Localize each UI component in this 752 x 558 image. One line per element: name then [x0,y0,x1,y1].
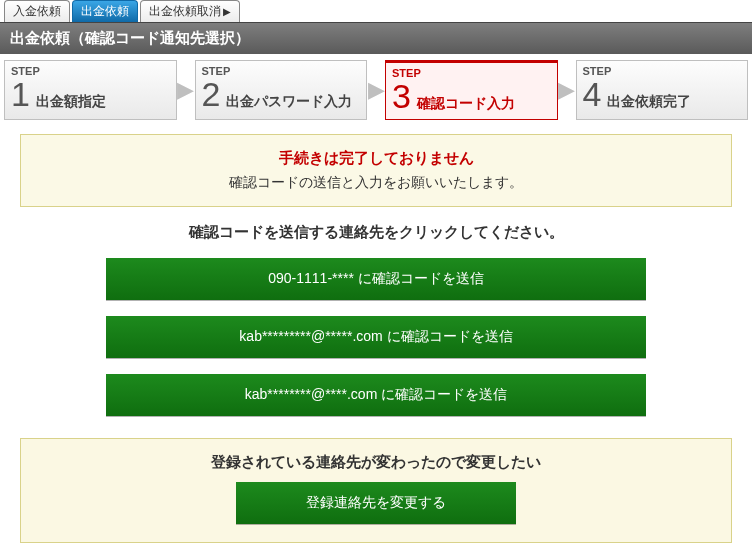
notice-box: 手続きは完了しておりません 確認コードの送信と入力をお願いいたします。 [20,134,732,207]
tab-deposit[interactable]: 入金依頼 [4,0,70,22]
send-code-email1-button[interactable]: kab*********@*****.com に確認コードを送信 [106,316,646,358]
tab-withdraw[interactable]: 出金依頼 [72,0,138,22]
step-1-text: 出金額指定 [36,93,106,111]
tab-withdraw-label: 出金依頼 [81,4,129,18]
instruction-text: 確認コードを送信する連絡先をクリックしてください。 [0,223,752,242]
step-4: STEP 4 出金依頼完了 [576,60,749,120]
tab-deposit-label: 入金依頼 [13,4,61,18]
tab-cancel-label: 出金依頼取消 [149,4,221,18]
change-contact-box: 登録されている連絡先が変わったので変更したい 登録連絡先を変更する [20,438,732,543]
change-contact-button-label: 登録連絡先を変更する [306,494,446,510]
notice-sub: 確認コードの送信と入力をお願いいたします。 [31,174,721,192]
step-indicator: STEP 1 出金額指定 ▶ STEP 2 出金パスワード入力 ▶ STEP 3… [0,54,752,130]
send-code-email2-button[interactable]: kab********@****.com に確認コードを送信 [106,374,646,416]
step-label: STEP [392,67,551,79]
chevron-right-icon: ▶ [223,6,231,17]
step-3-text: 確認コード入力 [417,95,515,113]
page-title-text: 出金依頼（確認コード通知先選択） [10,29,250,46]
tab-cancel[interactable]: 出金依頼取消▶ [140,0,240,22]
step-sep-icon: ▶ [367,60,385,120]
step-1: STEP 1 出金額指定 [4,60,177,120]
send-code-phone-button[interactable]: 090-1111-**** に確認コードを送信 [106,258,646,300]
contact-button-list: 090-1111-**** に確認コードを送信 kab*********@***… [0,258,752,416]
step-label: STEP [202,65,361,77]
tab-bar: 入金依頼 出金依頼 出金依頼取消▶ [0,0,752,22]
step-2: STEP 2 出金パスワード入力 [195,60,368,120]
step-4-num: 4 [583,77,602,111]
step-2-text: 出金パスワード入力 [226,93,352,111]
step-1-num: 1 [11,77,30,111]
notice-head: 手続きは完了しておりません [31,149,721,168]
step-sep-icon: ▶ [177,60,195,120]
step-label: STEP [11,65,170,77]
step-3-current: STEP 3 確認コード入力 [385,60,558,120]
step-4-text: 出金依頼完了 [607,93,691,111]
change-contact-button[interactable]: 登録連絡先を変更する [236,482,516,524]
change-contact-head: 登録されている連絡先が変わったので変更したい [31,453,721,472]
page-title: 出金依頼（確認コード通知先選択） [0,22,752,54]
step-label: STEP [583,65,742,77]
step-3-num: 3 [392,79,411,113]
send-code-email2-label: kab********@****.com に確認コードを送信 [245,386,507,402]
step-2-num: 2 [202,77,221,111]
step-sep-icon: ▶ [558,60,576,120]
send-code-email1-label: kab*********@*****.com に確認コードを送信 [239,328,512,344]
send-code-phone-label: 090-1111-**** に確認コードを送信 [268,270,484,286]
